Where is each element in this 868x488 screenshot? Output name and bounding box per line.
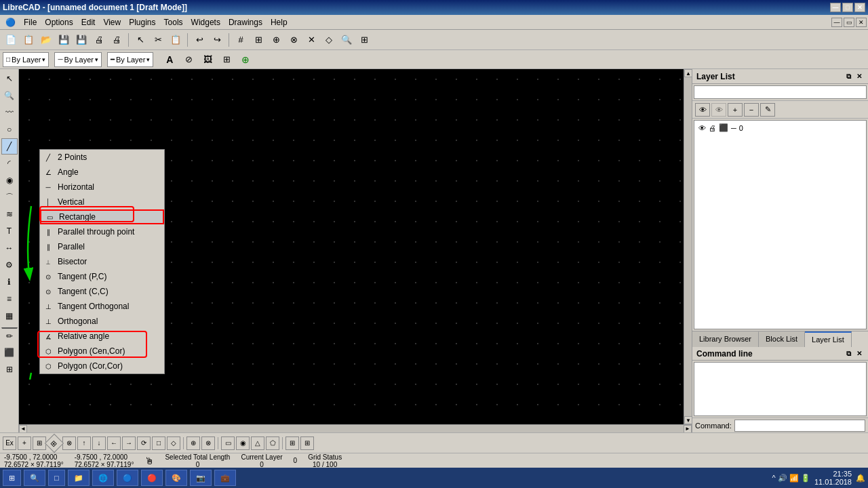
layer-select3[interactable]: By Layer: [116, 56, 145, 64]
menu-item-orthogonal[interactable]: ⊥ Orthogonal: [40, 314, 164, 329]
menu-widgets[interactable]: Widgets: [187, 16, 224, 28]
redo-btn[interactable]: ↪: [209, 32, 225, 48]
layer-remove-btn[interactable]: −: [744, 103, 759, 117]
scroll-track-vertical[interactable]: [684, 77, 692, 416]
status-square-btn[interactable]: □: [152, 436, 165, 450]
info-btn[interactable]: ℹ: [1, 274, 18, 290]
snap-middle-btn[interactable]: ⊕: [268, 32, 284, 48]
menu-item-relative-angle[interactable]: ∡ Relative angle: [40, 329, 164, 344]
layer-btn[interactable]: ≡: [1, 291, 18, 307]
grid-snap-btn[interactable]: #: [233, 32, 249, 48]
snap-intersect-btn[interactable]: ✕: [303, 32, 319, 48]
scroll-up-btn[interactable]: ▲: [684, 69, 692, 77]
undo-btn[interactable]: ↩: [191, 32, 208, 48]
menu-drawings[interactable]: Drawings: [224, 16, 267, 28]
dimension-btn[interactable]: ↔: [1, 240, 18, 256]
line-btn[interactable]: ╱: [1, 138, 18, 155]
snap-free-btn[interactable]: ◇: [321, 32, 337, 48]
layer-visible-all-btn[interactable]: 👁: [711, 103, 726, 117]
new-template-btn[interactable]: 📋: [20, 32, 37, 48]
menu-item-polygon-cor-cor[interactable]: ⬡ Polygon (Cor,Cor): [40, 359, 164, 373]
layer-search-input[interactable]: [694, 85, 867, 99]
cut-btn[interactable]: ✂: [150, 32, 166, 48]
status-tri-btn[interactable]: △: [251, 436, 264, 450]
start-button[interactable]: ⊞: [3, 470, 21, 486]
zoom-mode-btn[interactable]: 🔍: [1, 87, 18, 104]
tab-library-browser[interactable]: Library Browser: [692, 331, 759, 347]
layer-row-0[interactable]: 👁 🖨 ⬛ ─ 0: [696, 122, 746, 134]
menu-tools[interactable]: Tools: [160, 16, 187, 28]
save-btn[interactable]: 💾: [56, 32, 72, 48]
menu-item-parallel-through-point[interactable]: ∥ Parallel through point: [40, 224, 164, 239]
block-mode-btn[interactable]: ▦: [1, 308, 18, 324]
print-preview-btn[interactable]: 🖨: [108, 32, 125, 48]
dropdown-arrow3[interactable]: ▾: [146, 56, 150, 63]
status-up-btn[interactable]: ↑: [77, 436, 91, 450]
status-crosshair-btn[interactable]: ⊕: [186, 436, 200, 450]
status-zoom-btn[interactable]: ⊞: [300, 436, 314, 450]
menu-plugins[interactable]: Plugins: [125, 16, 159, 28]
layer-edit-btn[interactable]: ✎: [760, 103, 775, 117]
arc-btn[interactable]: ◜: [1, 155, 18, 171]
new-btn[interactable]: 📄: [3, 32, 19, 48]
scroll-track-horizontal[interactable]: [27, 425, 684, 433]
menu-item-vertical[interactable]: │ Vertical: [40, 195, 164, 209]
app1-btn[interactable]: 🔴: [141, 470, 163, 486]
origin-btn[interactable]: ⊕: [237, 52, 254, 68]
cmd-close-btn[interactable]: ✕: [854, 349, 864, 359]
open-btn[interactable]: 📂: [38, 32, 54, 48]
status-ex-btn[interactable]: Ex: [3, 436, 16, 450]
status-move-btn[interactable]: ⊗: [201, 436, 215, 450]
menu-item-parallel[interactable]: ∥ Parallel: [40, 239, 164, 254]
panel-close-btn[interactable]: ✕: [854, 72, 864, 81]
fill-btn[interactable]: ⬛: [1, 344, 18, 361]
explorer-btn[interactable]: 📁: [68, 470, 90, 486]
snap-center-btn[interactable]: ⊗: [285, 32, 302, 48]
minimize-button[interactable]: —: [830, 3, 841, 12]
status-diamond-btn[interactable]: ◇: [167, 436, 180, 450]
command-input[interactable]: [734, 420, 865, 432]
spline-btn[interactable]: ≋: [1, 206, 18, 222]
menu-options[interactable]: Options: [41, 16, 77, 28]
menu-item-tangent-pc[interactable]: ⊙ Tangent (P,C): [40, 269, 164, 284]
notification-btn[interactable]: 🔔: [856, 474, 865, 483]
maximize-button[interactable]: □: [842, 3, 853, 12]
menu-item-polygon-cen-cor[interactable]: ⬡ Polygon (Cen,Cor): [40, 344, 164, 359]
taskview-btn[interactable]: □: [48, 470, 65, 486]
layer-select1[interactable]: By Layer: [12, 56, 41, 64]
dropdown-arrow1[interactable]: ▾: [42, 56, 45, 63]
close-button[interactable]: ✕: [854, 3, 865, 12]
dropdown-arrow2[interactable]: ▾: [95, 56, 98, 63]
status-rotate-btn[interactable]: ⟳: [137, 436, 151, 450]
select-btn[interactable]: ↖: [132, 32, 149, 48]
snap-btn[interactable]: ⊞: [1, 361, 18, 378]
snap-endpoints-btn[interactable]: ⊞: [250, 32, 267, 48]
menu-item-tangent-orthogonal[interactable]: ⊥ Tangent Orthogonal: [40, 299, 164, 314]
menu-item-bisector[interactable]: ⟂ Bisector: [40, 254, 164, 269]
cmd-float-btn[interactable]: ⧉: [844, 349, 853, 359]
image-btn[interactable]: 🖼: [199, 52, 216, 68]
status-penta-btn[interactable]: ⬠: [266, 436, 279, 450]
app3-btn[interactable]: 📷: [190, 470, 212, 486]
menu-item-tangent-cc[interactable]: ⊙ Tangent (C,C): [40, 284, 164, 299]
status-snap2-btn[interactable]: ⊞: [45, 433, 64, 452]
tab-block-list[interactable]: Block List: [759, 331, 805, 347]
panel-float-btn[interactable]: ⧉: [844, 72, 853, 81]
scroll-left-btn[interactable]: ◄: [19, 425, 27, 433]
pen-btn[interactable]: ✏: [1, 327, 18, 344]
freehand-btn[interactable]: 〰: [1, 104, 18, 121]
menu-item-rectangle[interactable]: ▭ Rectangle: [40, 209, 164, 224]
menu-item-2points[interactable]: ╱ 2 Points: [40, 150, 164, 165]
menu-item-horizontal[interactable]: ─ Horizontal: [40, 180, 164, 195]
status-plus-btn[interactable]: ⊞: [285, 436, 299, 450]
ellipse-btn[interactable]: ◉: [1, 172, 18, 188]
zoom-in-btn[interactable]: 🔍: [338, 32, 355, 48]
status-circle-btn[interactable]: ◉: [236, 436, 250, 450]
status-snap3-btn[interactable]: ⊗: [62, 436, 76, 450]
sub-minimize-btn[interactable]: —: [831, 18, 842, 27]
block-btn[interactable]: ⊞: [218, 52, 235, 68]
chrome-btn[interactable]: 🔵: [117, 470, 138, 486]
status-rect-btn[interactable]: ▭: [221, 436, 235, 450]
menu-help[interactable]: Help: [267, 16, 292, 28]
search-btn[interactable]: 🔍: [24, 470, 45, 486]
